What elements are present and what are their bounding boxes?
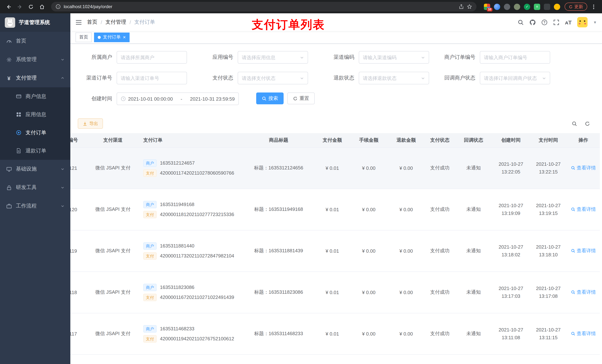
breadcrumb: 首页 / 支付管理 / 支付订单 — [87, 19, 155, 26]
col-refund: 退款金额 — [388, 133, 425, 147]
search-icon[interactable] — [517, 19, 524, 25]
filter-label: 渠道编码 — [320, 54, 359, 61]
avatar-caret-icon[interactable]: ▼ — [593, 20, 597, 24]
filter-notify-status: 回调商户状态 — [441, 72, 550, 84]
refund-status-select[interactable] — [363, 75, 419, 81]
hamburger-icon[interactable] — [70, 20, 87, 25]
close-icon[interactable]: × — [123, 35, 126, 40]
browser-update-button[interactable]: 更新 — [565, 3, 587, 11]
filter-merchant-order-no: 商户订单编号 — [441, 51, 550, 64]
refresh-table-icon[interactable] — [585, 121, 590, 126]
create-time: 13:11:08 — [492, 334, 530, 342]
browser-menu-icon[interactable] — [589, 2, 598, 11]
sidebar-item-infrastructure[interactable]: 基础设施 — [0, 160, 70, 178]
chevron-down-icon — [61, 58, 64, 62]
chevron-down-icon[interactable] — [300, 76, 304, 80]
extension-olive-icon[interactable] — [514, 3, 520, 10]
address-bar[interactable]: localhost:1024/pay/order — [51, 2, 476, 11]
chevron-down-icon — [61, 204, 64, 208]
chevron-down-icon[interactable] — [300, 55, 304, 59]
pay-order-cell: 商户 1635311881440 支付 42000011732021102728… — [139, 230, 243, 271]
sidebar-item-pay-order[interactable]: 支付订单 — [0, 124, 70, 142]
sidebar-item-system[interactable]: 系统管理 — [0, 50, 70, 69]
tab-home[interactable]: 首页 — [75, 32, 92, 42]
view-detail-link[interactable]: 查看详情 — [571, 289, 596, 296]
sidebar-item-app-info[interactable]: 应用信息 — [0, 105, 70, 124]
date-range-picker[interactable]: 2021-10-01 00:00:00 - 2021-10-31 23:59:5… — [117, 93, 239, 105]
create-time: 13:17:03 — [492, 292, 530, 300]
order-id-cell: 121 — [70, 147, 87, 189]
sidebar-item-label: 基础设施 — [16, 166, 37, 172]
browser-profile-avatar[interactable] — [554, 3, 560, 10]
pay-time-cell: 2021-10-27 13:19:15 — [530, 189, 567, 230]
pay-status-select[interactable] — [242, 75, 298, 81]
app-id-select[interactable] — [242, 54, 298, 60]
view-detail-link[interactable]: 查看详情 — [571, 248, 596, 254]
view-detail-link[interactable]: 查看详情 — [571, 165, 596, 171]
pay-date: 2021-10-27 — [530, 202, 567, 209]
date-start[interactable]: 2021-10-01 00:00:00 — [128, 96, 173, 102]
refund-amount: ¥ 0.00 — [399, 331, 413, 336]
sidebar-item-home[interactable]: 首页 — [0, 32, 70, 50]
notify-status-select[interactable] — [484, 75, 540, 81]
breadcrumb-home[interactable]: 首页 — [87, 19, 97, 26]
browser-forward-icon[interactable] — [15, 2, 24, 11]
channel-order-no-input[interactable] — [121, 75, 183, 81]
sidebar-item-merchant-info[interactable]: 商户信息 — [0, 87, 70, 105]
chevron-down-icon[interactable] — [421, 55, 425, 59]
pay-order-no: 4200001181202110277723215336 — [160, 212, 234, 217]
merchant-order-no: 1635311949168 — [160, 202, 194, 207]
fee-amount-cell: ¥ 0.00 — [350, 189, 388, 230]
user-avatar[interactable] — [577, 17, 588, 27]
channel-code-select[interactable] — [363, 54, 419, 60]
share-icon[interactable] — [459, 4, 464, 9]
extension-grid-icon[interactable]: 10 — [484, 3, 490, 10]
view-detail-link[interactable]: 查看详情 — [571, 206, 596, 213]
bookmark-star-icon[interactable] — [467, 4, 472, 9]
extension-chat-icon[interactable]: ≡ — [534, 3, 540, 10]
search-button[interactable]: 搜索 — [256, 93, 284, 104]
font-size-icon[interactable]: ᴀT — [565, 19, 572, 25]
pay-time-cell: 2021-10-27 13:17:08 — [530, 271, 567, 313]
sidebar-item-payment[interactable]: ¥ 支付管理 — [0, 69, 70, 87]
merchant-input[interactable] — [121, 54, 183, 60]
extension-puzzle-icon[interactable] — [544, 3, 550, 10]
help-icon[interactable]: ? — [541, 19, 548, 25]
pay-badge: 支付 — [143, 169, 157, 177]
breadcrumb-pay-management[interactable]: 支付管理 — [106, 19, 126, 26]
chevron-down-icon[interactable] — [421, 76, 425, 80]
sidebar-item-workflow[interactable]: 工作流程 — [0, 197, 70, 215]
fee-amount-cell: ¥ 0.00 — [350, 230, 388, 271]
browser-reload-icon[interactable] — [26, 2, 35, 11]
col-id: 编号 — [70, 133, 87, 147]
refund-amount: ¥ 0.00 — [399, 290, 413, 295]
url-text[interactable]: localhost:1024/pay/order — [64, 4, 456, 9]
filter-row-1: 所属商户 应用编号 渠道编码 商户订单编号 — [78, 51, 595, 64]
reset-button[interactable]: 重置 — [287, 93, 315, 104]
refund-amount: ¥ 0.00 — [399, 207, 413, 212]
sidebar-item-dev-tools[interactable]: 研发工具 — [0, 178, 70, 197]
card-icon — [16, 94, 22, 99]
github-icon[interactable] — [529, 19, 536, 25]
sidebar-item-label: 退款订单 — [26, 147, 46, 154]
browser-home-icon[interactable] — [37, 2, 47, 11]
extension-blue-icon[interactable] — [494, 3, 500, 10]
extension-green-check-icon[interactable]: ✓ — [524, 3, 530, 10]
site-info-icon[interactable] — [55, 4, 61, 9]
view-detail-link[interactable]: 查看详情 — [571, 330, 596, 337]
fee-amount: ¥ 0.00 — [362, 331, 376, 336]
extension-dark-icon[interactable] — [504, 3, 510, 10]
browser-back-icon[interactable] — [4, 2, 13, 11]
filter-merchant: 所属商户 — [78, 51, 187, 64]
table-row: 118 微信 JSAPI 支付 商户 1635311823086 支付 4200… — [70, 271, 600, 313]
merchant-order-no-input[interactable] — [484, 54, 546, 60]
export-button[interactable]: 导出 — [78, 118, 103, 129]
sidebar-item-refund-order[interactable]: 退款订单 — [0, 142, 70, 160]
pay-order-no: 4200001173202110272847982104 — [160, 253, 234, 259]
toggle-search-icon[interactable] — [572, 121, 577, 126]
date-end[interactable]: 2021-10-31 23:59:59 — [190, 96, 235, 102]
filter-row-3: 创建时间 2021-10-01 00:00:00 - 2021-10-31 23… — [78, 93, 595, 105]
chevron-down-icon[interactable] — [542, 76, 546, 80]
tab-pay-order[interactable]: 支付订单 × — [94, 32, 129, 42]
fullscreen-icon[interactable] — [553, 19, 559, 25]
